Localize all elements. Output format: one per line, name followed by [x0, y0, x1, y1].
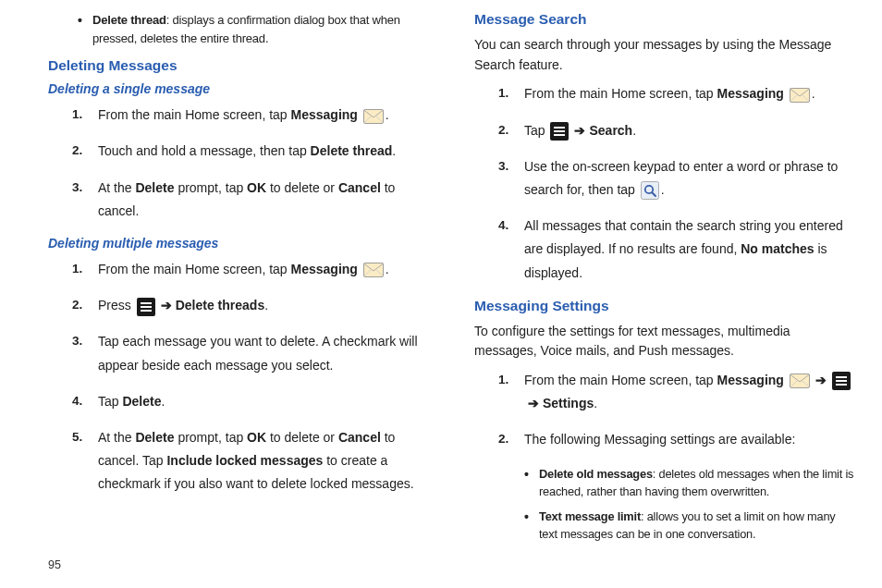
step-row: 1. From the main Home screen, tap Messag…: [48, 104, 430, 127]
arrow-icon: ➔: [161, 298, 172, 312]
step-number: 4.: [72, 390, 98, 412]
step-text: Tap Delete.: [98, 390, 430, 413]
step-text: From the main Home screen, tap Messaging…: [524, 82, 856, 105]
bullet-text: Text message limit: allows you to set a …: [539, 508, 856, 543]
bullet-delete-thread: • Delete thread: displays a confirmation…: [48, 11, 430, 48]
step-number: 5.: [72, 426, 98, 448]
step-text: At the Delete prompt, tap OK to delete o…: [98, 426, 430, 496]
menu-icon: [137, 298, 155, 316]
step-text: At the Delete prompt, tap OK to delete o…: [98, 177, 430, 223]
step-row: 4. All messages that contain the search …: [474, 214, 856, 285]
messaging-icon: [790, 88, 810, 103]
heading-messaging-settings: Messaging Settings: [474, 298, 856, 314]
step-text: All messages that contain the search str…: [524, 214, 856, 285]
bullet-dot: •: [78, 11, 92, 31]
step-text: Press ➔Delete threads.: [98, 294, 430, 317]
step-number: 2.: [72, 140, 98, 162]
step-row: 2. Press ➔Delete threads.: [48, 294, 430, 317]
subhead-deleting-multiple: Deleting multiple messages: [48, 236, 430, 251]
step-row: 2. Touch and hold a message, then tap De…: [48, 140, 430, 163]
right-column: Message Search You can search through yo…: [474, 11, 856, 550]
step-number: 1.: [72, 258, 98, 280]
step-row: 3. At the Delete prompt, tap OK to delet…: [48, 177, 430, 223]
bullet-dot: •: [524, 508, 539, 528]
step-number: 4.: [498, 214, 524, 237]
page-number: 95: [48, 558, 61, 571]
step-row: 2. Tap ➔Search.: [474, 119, 856, 142]
step-text: Tap each message you want to delete. A c…: [98, 330, 430, 376]
step-text: Touch and hold a message, then tap Delet…: [98, 140, 430, 163]
step-row: 3. Use the on-screen keypad to enter a w…: [474, 155, 856, 202]
step-number: 1.: [498, 369, 524, 391]
bullet-dot: •: [524, 465, 539, 485]
bullet-text: Delete old messages: deletes old message…: [539, 465, 856, 500]
step-text: Use the on-screen keypad to enter a word…: [524, 155, 856, 202]
heading-message-search: Message Search: [474, 11, 856, 28]
step-number: 2.: [72, 294, 98, 316]
step-number: 2.: [498, 119, 524, 141]
step-text: The following Messaging settings are ava…: [524, 428, 856, 451]
arrow-icon: ➔: [528, 396, 539, 410]
arrow-icon: ➔: [815, 373, 827, 387]
step-row: 4. Tap Delete.: [48, 390, 430, 413]
step-row: 1. From the main Home screen, tap Messag…: [474, 82, 856, 105]
step-number: 1.: [72, 104, 98, 126]
messaging-icon: [363, 263, 384, 277]
step-number: 3.: [498, 155, 524, 178]
bullet-text: Delete thread: displays a confirmation d…: [92, 11, 430, 48]
messaging-icon: [790, 374, 810, 388]
step-number: 2.: [498, 428, 524, 450]
messaging-icon: [363, 109, 384, 124]
step-text: From the main Home screen, tap Messaging…: [98, 104, 430, 127]
step-row: 1. From the main Home screen, tap Messag…: [48, 258, 430, 281]
step-number: 1.: [498, 82, 524, 104]
step-text: Tap ➔Search.: [524, 119, 856, 142]
menu-icon: [550, 122, 569, 141]
step-text: From the main Home screen, tap Messaging…: [524, 369, 856, 415]
step-number: 3.: [72, 330, 98, 352]
step-text: From the main Home screen, tap Messaging…: [98, 258, 430, 281]
left-column: • Delete thread: displays a confirmation…: [48, 11, 430, 550]
step-row: 5. At the Delete prompt, tap OK to delet…: [48, 426, 430, 496]
step-row: 3. Tap each message you want to delete. …: [48, 330, 430, 376]
paragraph: To configure the settings for text messa…: [474, 322, 856, 361]
menu-icon: [832, 372, 851, 390]
step-row: 2. The following Messaging settings are …: [474, 428, 856, 451]
subhead-deleting-single: Deleting a single message: [48, 81, 430, 96]
bullet-delete-old: • Delete old messages: deletes old messa…: [524, 465, 856, 500]
bullet-text-limit: • Text message limit: allows you to set …: [524, 508, 856, 543]
step-row: 1. From the main Home screen, tap Messag…: [474, 369, 856, 415]
arrow-icon: ➔: [574, 123, 585, 138]
step-number: 3.: [72, 177, 98, 199]
search-icon: [641, 181, 659, 200]
heading-deleting-messages: Deleting Messages: [48, 57, 430, 74]
paragraph: You can search through your messages by …: [474, 35, 856, 75]
